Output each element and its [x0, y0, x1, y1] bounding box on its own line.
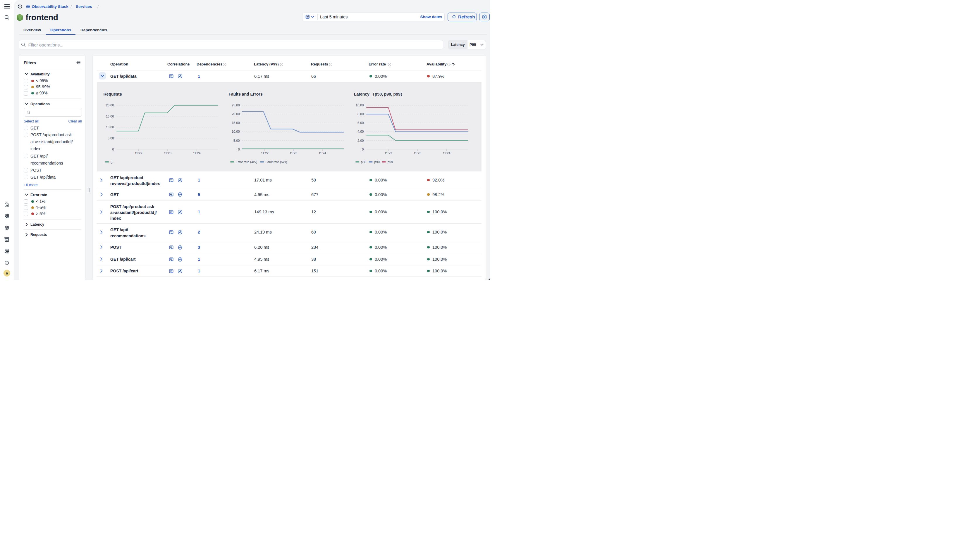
svg-text:8.00: 8.00 — [358, 112, 364, 116]
svg-text:0: 0 — [362, 148, 364, 151]
svg-text:p90: p90 — [374, 160, 380, 164]
svg-text:4.00: 4.00 — [358, 130, 364, 133]
svg-text:{}: {} — [110, 160, 113, 164]
svg-text:10.00: 10.00 — [232, 130, 240, 133]
svg-text:11:24: 11:24 — [443, 152, 450, 155]
svg-text:0: 0 — [238, 148, 239, 151]
svg-text:0: 0 — [112, 148, 114, 151]
svg-text:11:22: 11:22 — [135, 152, 142, 155]
svg-text:11:23: 11:23 — [414, 152, 421, 155]
svg-text:p50: p50 — [361, 160, 366, 164]
svg-text:11:24: 11:24 — [319, 152, 326, 155]
svg-text:20.00: 20.00 — [106, 103, 114, 107]
svg-text:Requests: Requests — [104, 92, 122, 97]
svg-text:15.00: 15.00 — [232, 121, 240, 125]
svg-text:Error rate (4xx): Error rate (4xx) — [236, 160, 258, 164]
svg-text:20.00: 20.00 — [232, 112, 240, 116]
svg-text:11:24: 11:24 — [193, 152, 201, 155]
svg-text:11:22: 11:22 — [261, 152, 269, 155]
svg-text:10.00: 10.00 — [106, 125, 114, 129]
svg-text:Faults and Errors: Faults and Errors — [229, 92, 263, 97]
svg-text:10.00: 10.00 — [356, 103, 364, 107]
svg-text:11:23: 11:23 — [164, 152, 171, 155]
svg-text:11:23: 11:23 — [289, 152, 297, 155]
svg-text:5.00: 5.00 — [108, 137, 114, 140]
svg-text:5.00: 5.00 — [233, 139, 239, 142]
svg-text:6.00: 6.00 — [358, 121, 364, 125]
svg-text:p99: p99 — [388, 160, 393, 164]
svg-text:15.00: 15.00 — [106, 115, 114, 118]
svg-text:2.00: 2.00 — [358, 139, 364, 142]
svg-text:Latency （p50, p90, p99）: Latency （p50, p90, p99） — [354, 92, 405, 97]
svg-text:Fault rate (5xx): Fault rate (5xx) — [265, 160, 287, 164]
svg-text:11:22: 11:22 — [385, 152, 392, 155]
svg-text:25.00: 25.00 — [232, 103, 240, 107]
